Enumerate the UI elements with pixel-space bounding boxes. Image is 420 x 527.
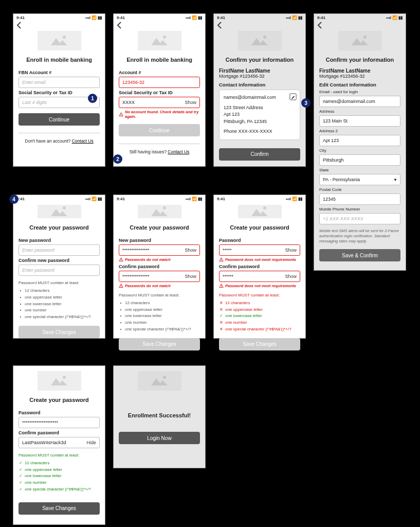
back-icon[interactable]: [16, 22, 22, 30]
svg-point-28: [163, 376, 166, 379]
zip-input[interactable]: 12345: [319, 194, 400, 205]
new-password-input[interactable]: Enter password: [19, 244, 100, 256]
state-select[interactable]: PA - Pennsylvania: [319, 174, 400, 185]
user-name: FirstName LastName: [219, 68, 300, 74]
svg-marker-2: [151, 38, 168, 45]
status-bar: 9:41 ••ıl 📶 ▮▮: [214, 14, 305, 22]
status-icons: ••ıl 📶 ▮▮: [85, 197, 102, 201]
phone-input[interactable]: +1 XXX-XXX-XXXX: [319, 213, 400, 224]
image-placeholder: [38, 205, 81, 218]
page-title: Create your password: [214, 224, 305, 231]
ssn-input[interactable]: XXXXShow: [119, 97, 200, 108]
status-bar: 9:41 ••ıl 📶 ▮▮: [13, 14, 105, 22]
contact-city: Pittsburgh, PA 12345: [224, 118, 296, 126]
continue-button: Continue: [119, 124, 200, 136]
address2-input[interactable]: Apt 123: [319, 135, 400, 146]
new-password-input[interactable]: *****Show: [219, 244, 300, 256]
show-toggle[interactable]: Show: [285, 274, 297, 279]
password-rules: Password MUST contain at least: •12 char…: [19, 280, 100, 321]
new-password-label: New password: [119, 238, 200, 243]
password-rules: Password MUST contain at least: ✕12 char…: [219, 292, 300, 333]
address-input[interactable]: 123 Main St: [319, 115, 400, 127]
screen-enroll-initial: 9:41 ••ıl 📶 ▮▮ Enroll in mobile banking …: [13, 13, 105, 167]
error-message: No account found. Check details and try …: [119, 110, 200, 119]
new-password-input[interactable]: ***************Show: [119, 244, 200, 256]
check-icon: ✓: [19, 460, 23, 467]
svg-marker-0: [51, 38, 67, 45]
svg-point-12: [63, 206, 66, 209]
edit-header: Edit Contact Information: [319, 82, 400, 87]
status-icons: ••ıl 📶 ▮▮: [386, 15, 403, 20]
contact-us-link[interactable]: Contact Us: [72, 138, 94, 144]
svg-point-26: [63, 376, 66, 379]
status-bar: 9:41 ••ıl 📶 ▮▮: [114, 14, 205, 22]
svg-point-1: [63, 36, 66, 39]
annotation-3: 3: [301, 98, 311, 108]
image-placeholder: [238, 31, 282, 50]
confirm-password-label: Confirm password: [19, 430, 100, 435]
account-input[interactable]: 123456-32: [119, 77, 200, 88]
hide-toggle[interactable]: Hide: [86, 440, 96, 445]
svg-point-24: [221, 287, 222, 287]
email-input[interactable]: names@domainmail.com: [319, 96, 400, 107]
confirm-button[interactable]: Confirm: [219, 148, 300, 161]
image-placeholder: [238, 205, 282, 218]
show-toggle[interactable]: Show: [185, 100, 196, 105]
new-password-label: Password: [219, 238, 300, 243]
new-password-input[interactable]: ********************: [19, 417, 100, 428]
check-icon: ✓: [19, 467, 23, 473]
cross-icon: ✕: [219, 320, 223, 326]
confirm-password-input[interactable]: Enter password: [19, 265, 100, 276]
password-rules: Password MUST contain at least: •12 char…: [119, 292, 200, 333]
svg-point-16: [121, 260, 121, 261]
error-message: Passwords do not match: [119, 284, 200, 288]
account-label: FBN Account #: [19, 70, 100, 75]
page-title: Confirm your information: [314, 57, 406, 63]
show-toggle[interactable]: Show: [185, 248, 196, 253]
save-changes-button[interactable]: Save Changes: [19, 502, 100, 515]
confirm-password-input[interactable]: ***************Show: [119, 271, 200, 282]
annotation-2: 2: [113, 154, 122, 164]
check-icon: ✓: [19, 486, 23, 493]
state-label: State: [319, 168, 400, 172]
show-toggle[interactable]: Show: [185, 274, 196, 279]
save-confirm-button[interactable]: Save & Confirm: [319, 249, 400, 261]
svg-marker-11: [51, 209, 67, 216]
svg-marker-6: [251, 38, 268, 45]
address-label: Address: [319, 109, 400, 114]
edit-icon[interactable]: [289, 93, 297, 103]
page-title: Enroll in mobile banking: [13, 57, 105, 63]
contact-addr1: 123 Street Address: [224, 104, 296, 112]
svg-point-5: [121, 115, 121, 115]
image-placeholder: [138, 371, 181, 391]
status-bar: 9:41 ••ıl 📶 ▮▮: [214, 195, 305, 203]
svg-marker-13: [151, 209, 168, 216]
image-placeholder: [38, 371, 81, 391]
screen-password-mismatch: 9:41 ••ıl 📶 ▮▮ Create your password New …: [113, 195, 206, 339]
account-input[interactable]: Enter email: [19, 77, 100, 88]
new-password-label: New password: [19, 238, 100, 243]
phone-label: Mobile Phone Number: [319, 207, 400, 212]
image-placeholder: [38, 31, 81, 50]
page-title: Enrollment Successful!: [114, 412, 205, 418]
svg-point-22: [221, 260, 222, 261]
screen-edit-contact: 9:41 ••ıl 📶 ▮▮ Confirm your information …: [314, 13, 406, 271]
login-now-button[interactable]: Login Now: [119, 432, 200, 444]
back-icon[interactable]: [217, 22, 222, 30]
annotation-4: 4: [9, 195, 19, 204]
svg-marker-27: [151, 378, 168, 385]
save-changes-button: Save Changes: [119, 338, 200, 350]
annotation-1: 1: [88, 94, 97, 103]
city-input[interactable]: Pittsburgh: [319, 154, 400, 166]
ssn-label: Social Security or Tax ID: [119, 90, 200, 95]
image-placeholder: [138, 205, 181, 218]
city-label: City: [319, 148, 400, 153]
back-icon[interactable]: [317, 22, 322, 30]
confirm-password-input[interactable]: ******Show: [219, 271, 300, 282]
confirm-password-input[interactable]: LastPassW4sHack3dHide: [19, 437, 100, 448]
back-icon[interactable]: [117, 22, 122, 30]
continue-button[interactable]: Continue: [19, 113, 100, 126]
show-toggle[interactable]: Show: [285, 248, 297, 253]
page-title: Create your password: [114, 224, 205, 231]
contact-us-link[interactable]: Contact Us: [168, 149, 189, 154]
